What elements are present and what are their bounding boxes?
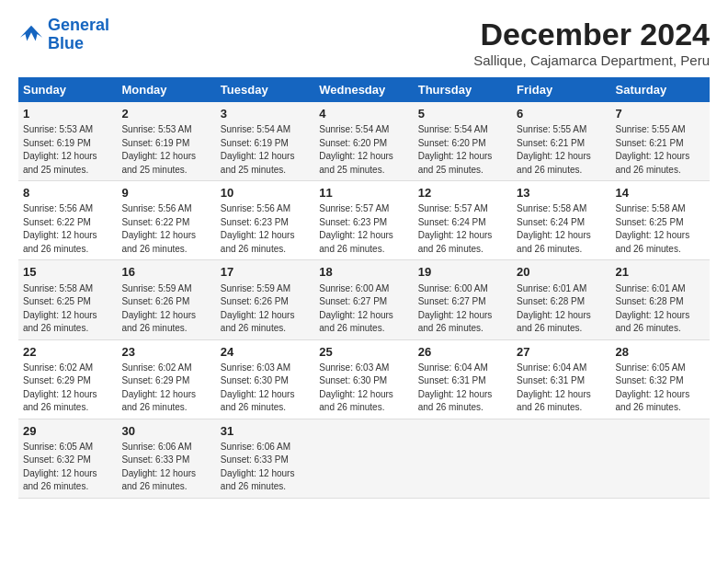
day-number: 25 <box>319 344 408 361</box>
day-number: 4 <box>319 106 408 122</box>
logo-text: General Blue <box>48 17 109 53</box>
title-block: December 2024 Sallique, Cajamarca Depart… <box>473 17 710 68</box>
cell-info: Sunrise: 6:01 AM Sunset: 6:28 PM Dayligh… <box>517 282 606 336</box>
day-number: 14 <box>616 185 705 201</box>
cell-info: Sunrise: 5:54 AM Sunset: 6:19 PM Dayligh… <box>221 123 310 177</box>
col-header-wednesday: Wednesday <box>314 77 413 102</box>
day-number: 13 <box>517 185 606 201</box>
day-number: 1 <box>23 106 112 122</box>
day-number: 31 <box>221 423 310 440</box>
cell-info: Sunrise: 6:05 AM Sunset: 6:32 PM Dayligh… <box>23 441 112 494</box>
calendar-cell: 19Sunrise: 6:00 AM Sunset: 6:27 PM Dayli… <box>414 260 512 339</box>
calendar-cell: 10Sunrise: 5:56 AM Sunset: 6:23 PM Dayli… <box>216 181 314 260</box>
calendar-cell: 5Sunrise: 5:54 AM Sunset: 6:20 PM Daylig… <box>414 102 512 181</box>
cell-info: Sunrise: 5:58 AM Sunset: 6:24 PM Dayligh… <box>517 202 606 256</box>
day-number: 29 <box>23 423 112 440</box>
week-row-2: 8Sunrise: 5:56 AM Sunset: 6:22 PM Daylig… <box>18 181 710 260</box>
calendar-cell: 26Sunrise: 6:04 AM Sunset: 6:31 PM Dayli… <box>414 339 512 419</box>
calendar-cell: 1Sunrise: 5:53 AM Sunset: 6:19 PM Daylig… <box>18 102 117 181</box>
week-row-3: 15Sunrise: 5:58 AM Sunset: 6:25 PM Dayli… <box>18 260 710 339</box>
calendar-cell: 17Sunrise: 5:59 AM Sunset: 6:26 PM Dayli… <box>216 260 314 339</box>
day-number: 2 <box>121 106 210 122</box>
col-header-saturday: Saturday <box>611 77 710 102</box>
calendar-cell: 14Sunrise: 5:58 AM Sunset: 6:25 PM Dayli… <box>611 181 710 260</box>
calendar-cell: 13Sunrise: 5:58 AM Sunset: 6:24 PM Dayli… <box>512 181 610 260</box>
day-number: 15 <box>23 264 112 281</box>
day-number: 23 <box>121 344 210 361</box>
week-row-5: 29Sunrise: 6:05 AM Sunset: 6:32 PM Dayli… <box>18 419 710 498</box>
calendar-cell: 12Sunrise: 5:57 AM Sunset: 6:24 PM Dayli… <box>414 181 512 260</box>
col-header-thursday: Thursday <box>414 77 512 102</box>
calendar-cell: 22Sunrise: 6:02 AM Sunset: 6:29 PM Dayli… <box>18 339 117 419</box>
cell-info: Sunrise: 6:06 AM Sunset: 6:33 PM Dayligh… <box>221 441 310 494</box>
col-header-monday: Monday <box>117 77 215 102</box>
cell-info: Sunrise: 6:00 AM Sunset: 6:27 PM Dayligh… <box>319 282 408 336</box>
cell-info: Sunrise: 5:54 AM Sunset: 6:20 PM Dayligh… <box>418 123 507 177</box>
calendar-cell: 3Sunrise: 5:54 AM Sunset: 6:19 PM Daylig… <box>216 102 314 181</box>
day-number: 20 <box>517 264 606 281</box>
calendar-cell: 16Sunrise: 5:59 AM Sunset: 6:26 PM Dayli… <box>117 260 215 339</box>
header-row: SundayMondayTuesdayWednesdayThursdayFrid… <box>18 77 710 102</box>
calendar-cell: 24Sunrise: 6:03 AM Sunset: 6:30 PM Dayli… <box>216 339 314 419</box>
cell-info: Sunrise: 6:01 AM Sunset: 6:28 PM Dayligh… <box>616 282 705 336</box>
cell-info: Sunrise: 5:56 AM Sunset: 6:22 PM Dayligh… <box>23 202 112 256</box>
calendar-cell: 15Sunrise: 5:58 AM Sunset: 6:25 PM Dayli… <box>18 260 117 339</box>
subtitle: Sallique, Cajamarca Department, Peru <box>473 52 710 68</box>
cell-info: Sunrise: 6:02 AM Sunset: 6:29 PM Dayligh… <box>121 362 210 415</box>
calendar-cell <box>414 419 512 498</box>
calendar-cell: 20Sunrise: 6:01 AM Sunset: 6:28 PM Dayli… <box>512 260 610 339</box>
calendar-cell: 4Sunrise: 5:54 AM Sunset: 6:20 PM Daylig… <box>314 102 413 181</box>
calendar-cell <box>314 419 413 498</box>
calendar-cell: 9Sunrise: 5:56 AM Sunset: 6:22 PM Daylig… <box>117 181 215 260</box>
calendar-cell: 25Sunrise: 6:03 AM Sunset: 6:30 PM Dayli… <box>314 339 413 419</box>
calendar-cell <box>512 419 610 498</box>
day-number: 30 <box>121 423 210 440</box>
calendar-cell: 31Sunrise: 6:06 AM Sunset: 6:33 PM Dayli… <box>216 419 314 498</box>
logo: General Blue <box>18 17 109 53</box>
cell-info: Sunrise: 6:03 AM Sunset: 6:30 PM Dayligh… <box>221 362 310 415</box>
day-number: 22 <box>23 344 112 361</box>
cell-info: Sunrise: 6:00 AM Sunset: 6:27 PM Dayligh… <box>418 282 507 336</box>
cell-info: Sunrise: 5:58 AM Sunset: 6:25 PM Dayligh… <box>616 202 705 256</box>
calendar-cell: 23Sunrise: 6:02 AM Sunset: 6:29 PM Dayli… <box>117 339 215 419</box>
cell-info: Sunrise: 5:55 AM Sunset: 6:21 PM Dayligh… <box>517 123 606 177</box>
day-number: 17 <box>221 264 310 281</box>
calendar-cell: 2Sunrise: 5:53 AM Sunset: 6:19 PM Daylig… <box>117 102 215 181</box>
day-number: 12 <box>418 185 507 201</box>
calendar-cell: 21Sunrise: 6:01 AM Sunset: 6:28 PM Dayli… <box>611 260 710 339</box>
cell-info: Sunrise: 6:05 AM Sunset: 6:32 PM Dayligh… <box>616 362 705 415</box>
col-header-tuesday: Tuesday <box>216 77 314 102</box>
col-header-friday: Friday <box>512 77 610 102</box>
day-number: 24 <box>221 344 310 361</box>
calendar-cell: 30Sunrise: 6:06 AM Sunset: 6:33 PM Dayli… <box>117 419 215 498</box>
day-number: 11 <box>319 185 408 201</box>
calendar-cell: 29Sunrise: 6:05 AM Sunset: 6:32 PM Dayli… <box>18 419 117 498</box>
day-number: 28 <box>616 344 705 361</box>
day-number: 7 <box>616 106 705 122</box>
week-row-1: 1Sunrise: 5:53 AM Sunset: 6:19 PM Daylig… <box>18 102 710 181</box>
header: General Blue December 2024 Sallique, Caj… <box>18 17 710 68</box>
day-number: 8 <box>23 185 112 201</box>
calendar-table: SundayMondayTuesdayWednesdayThursdayFrid… <box>18 77 710 499</box>
calendar-cell: 11Sunrise: 5:57 AM Sunset: 6:23 PM Dayli… <box>314 181 413 260</box>
cell-info: Sunrise: 6:03 AM Sunset: 6:30 PM Dayligh… <box>319 362 408 415</box>
cell-info: Sunrise: 6:06 AM Sunset: 6:33 PM Dayligh… <box>121 441 210 494</box>
cell-info: Sunrise: 6:04 AM Sunset: 6:31 PM Dayligh… <box>418 362 507 415</box>
cell-info: Sunrise: 5:56 AM Sunset: 6:23 PM Dayligh… <box>221 202 310 256</box>
day-number: 3 <box>221 106 310 122</box>
cell-info: Sunrise: 5:59 AM Sunset: 6:26 PM Dayligh… <box>121 282 210 336</box>
day-number: 21 <box>616 264 705 281</box>
day-number: 19 <box>418 264 507 281</box>
cell-info: Sunrise: 5:57 AM Sunset: 6:23 PM Dayligh… <box>319 202 408 256</box>
cell-info: Sunrise: 5:55 AM Sunset: 6:21 PM Dayligh… <box>616 123 705 177</box>
cell-info: Sunrise: 5:58 AM Sunset: 6:25 PM Dayligh… <box>23 282 112 336</box>
calendar-cell: 6Sunrise: 5:55 AM Sunset: 6:21 PM Daylig… <box>512 102 610 181</box>
day-number: 6 <box>517 106 606 122</box>
main-title: December 2024 <box>473 17 710 52</box>
calendar-cell: 27Sunrise: 6:04 AM Sunset: 6:31 PM Dayli… <box>512 339 610 419</box>
day-number: 27 <box>517 344 606 361</box>
cell-info: Sunrise: 5:54 AM Sunset: 6:20 PM Dayligh… <box>319 123 408 177</box>
day-number: 26 <box>418 344 507 361</box>
calendar-cell <box>611 419 710 498</box>
cell-info: Sunrise: 6:02 AM Sunset: 6:29 PM Dayligh… <box>23 362 112 415</box>
